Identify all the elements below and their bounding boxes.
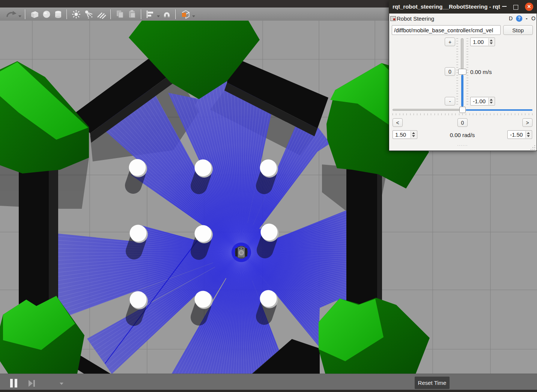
caret-icon[interactable] — [18, 15, 21, 17]
copy-icon[interactable] — [115, 9, 125, 19]
linear-minus-button[interactable]: - — [445, 97, 455, 106]
pause-icon[interactable] — [10, 379, 13, 387]
angular-slider-ticks — [393, 113, 532, 115]
linear-max-spinbox[interactable]: 1.00 — [470, 38, 495, 46]
linear-slider-ticks-right — [466, 38, 468, 107]
robot-steering-plugin-icon — [390, 16, 396, 21]
window-bottom-edge — [0, 390, 537, 392]
redo-icon[interactable] — [6, 9, 17, 19]
spinbox-arrows-icon[interactable] — [525, 131, 531, 138]
dock-button[interactable]: D — [509, 15, 513, 21]
pointlight-icon[interactable] — [71, 9, 81, 19]
toolbar-separator — [25, 9, 26, 19]
linear-max-value: 1.00 — [473, 39, 484, 45]
linear-velocity-readout: 0.00 m/s — [470, 69, 492, 75]
spinbox-arrows-icon[interactable] — [488, 98, 494, 105]
angular-max-value: 1.50 — [395, 131, 406, 138]
angular-min-value: -1.50 — [510, 131, 523, 138]
magnet-icon[interactable] — [162, 9, 171, 19]
panel-close-button[interactable]: O — [531, 15, 535, 21]
sphere-icon[interactable] — [42, 9, 51, 19]
linear-plus-button[interactable]: + — [445, 38, 455, 46]
linear-min-spinbox[interactable]: -1.00 — [470, 97, 495, 106]
linear-slider-fill — [461, 75, 463, 107]
resize-grip-icon[interactable] — [531, 145, 535, 150]
stop-button[interactable]: Stop — [503, 25, 533, 35]
linear-min-value: -1.00 — [473, 98, 486, 104]
viewcube-icon[interactable] — [180, 9, 191, 19]
angular-right-button[interactable]: > — [522, 118, 532, 127]
close-icon[interactable]: ✕ — [525, 3, 533, 11]
panel-minimize-button[interactable]: - — [526, 15, 528, 21]
diffbot-robot — [235, 246, 248, 259]
linear-slider-handle[interactable] — [458, 69, 466, 75]
angular-velocity-readout: 0.00 rad/s — [449, 132, 475, 138]
maximize-icon[interactable] — [513, 5, 518, 10]
angular-min-spinbox[interactable]: -1.50 — [507, 130, 532, 139]
cylinder-icon[interactable] — [54, 9, 63, 19]
angular-slider-fill — [466, 109, 532, 111]
box-icon[interactable] — [30, 9, 39, 19]
step-icon[interactable] — [28, 379, 36, 389]
topic-input[interactable] — [392, 25, 501, 35]
angular-max-spinbox[interactable]: 1.50 — [393, 130, 417, 139]
caret-icon[interactable] — [157, 15, 160, 17]
angular-slider-track[interactable] — [393, 109, 460, 111]
toolbar-separator — [141, 9, 142, 19]
gazebo-status-bar — [0, 374, 537, 392]
spinbox-arrows-icon[interactable] — [411, 131, 417, 138]
angular-zero-button[interactable]: 0 — [457, 118, 468, 127]
spotlight-icon[interactable] — [83, 9, 94, 19]
chevron-down-icon[interactable] — [60, 383, 63, 385]
align-icon[interactable] — [146, 9, 155, 19]
dirlight-icon[interactable] — [96, 9, 107, 19]
angular-left-button[interactable]: < — [393, 118, 403, 127]
caret-icon[interactable] — [192, 15, 195, 17]
toolbar-separator — [110, 9, 111, 19]
linear-zero-button[interactable]: 0 — [445, 67, 455, 76]
spinbox-arrows-icon[interactable] — [488, 38, 494, 45]
toolbar-separator — [175, 9, 176, 19]
help-icon[interactable]: ? — [516, 15, 522, 22]
toolbar-separator — [66, 9, 68, 19]
minimize-icon[interactable] — [502, 6, 507, 7]
splitter-handle[interactable]: ...... — [456, 142, 469, 146]
plugin-title: Robot Steering — [397, 15, 434, 22]
angular-slider-handle[interactable] — [459, 107, 466, 113]
linear-slider-track[interactable] — [461, 38, 463, 69]
paste-icon[interactable] — [127, 9, 137, 19]
reset-time-button[interactable]: Reset Time — [415, 377, 450, 389]
pause-icon[interactable] — [15, 379, 17, 387]
